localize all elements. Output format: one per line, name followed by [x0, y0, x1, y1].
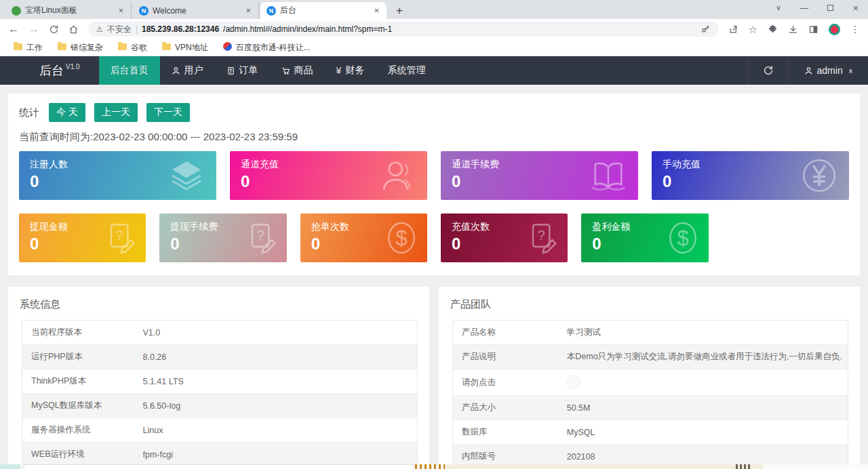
row-value: 5.1.41 LTS: [143, 369, 418, 394]
stats-panel: 统计 今 天上一天下一天 当前查询时间为:2023-02-23 00:00:00…: [8, 94, 860, 275]
panel-title: 产品团队: [450, 298, 860, 311]
bookmark-item[interactable]: 工作: [8, 41, 48, 55]
star-icon[interactable]: ☆: [749, 24, 757, 35]
system-info-table: 当前程序版本 V1.0 运行PHP版本 8.0.26 ThinkPHP版本 5.…: [22, 320, 418, 469]
svg-text:?: ?: [256, 228, 264, 243]
stat-card[interactable]: 抢单次数 0 $: [300, 213, 427, 262]
bottom-cutoff-strip: [0, 464, 868, 469]
reload-icon[interactable]: [49, 24, 59, 35]
forward-icon[interactable]: →: [28, 24, 39, 35]
nav-item[interactable]: 用户: [160, 56, 215, 85]
svg-text:?: ?: [538, 228, 545, 243]
panel-title: 系统信息: [20, 298, 429, 311]
browser-tab-strip: 宝塔Linux面板 × N Welcome × N 后台 × + ∨—×: [0, 0, 868, 19]
bookmark-label: 错综复杂: [71, 42, 103, 54]
stat-range-button[interactable]: 下一天: [146, 103, 190, 122]
row-value: Linux: [143, 418, 418, 443]
tab-close-icon[interactable]: ×: [117, 5, 125, 16]
maximize-icon[interactable]: [826, 5, 834, 11]
password-key-icon[interactable]: [701, 24, 711, 35]
row-value: V1.0: [143, 321, 418, 345]
bookmark-item[interactable]: 错综复杂: [52, 41, 108, 55]
stat-card[interactable]: 手动充值 0: [652, 151, 849, 200]
tab-close-icon[interactable]: ×: [372, 5, 380, 16]
stat-cards-row-1: 注册人数 0 通道充值 0 通道手续费 0 手动充值 0: [19, 151, 849, 200]
stat-card[interactable]: 盈利金额 0 $: [581, 213, 708, 262]
book-icon: [589, 157, 627, 195]
bookmarks-bar: 工作 错综复杂 谷歌 VPN地址 百度股市通-科技让...: [0, 39, 868, 56]
bookmark-item[interactable]: VPN地址: [157, 41, 214, 55]
nav-item[interactable]: 商品: [270, 56, 325, 85]
query-time-text: 当前查询时间为:2023-02-23 00:00:00 --- 2023-02-…: [19, 131, 849, 144]
stat-card[interactable]: 充值次数 0 ?: [441, 213, 568, 262]
do-not-click-badge[interactable]: [567, 375, 580, 389]
home-icon[interactable]: [68, 24, 79, 35]
bookmark-label: 百度股市通-科技让...: [236, 42, 311, 54]
share-icon[interactable]: [728, 24, 738, 35]
browser-tab[interactable]: 宝塔Linux面板 ×: [5, 2, 132, 19]
stat-range-button[interactable]: 上一天: [94, 103, 138, 122]
chevron-up-icon: ∧: [848, 67, 853, 75]
close-icon[interactable]: ×: [852, 2, 860, 14]
nav-item-label: 系统管理: [387, 64, 425, 77]
browser-toolbar: ←→ ⚠ 不安全 | 185.239.86.28:12346 /admin.ht…: [0, 19, 868, 39]
bookmark-item[interactable]: 百度股市通-科技让...: [218, 41, 316, 55]
refresh-button[interactable]: [747, 56, 789, 85]
row-label: 服务器操作系统: [22, 418, 143, 443]
row-label: MySQL数据库版本: [22, 394, 143, 418]
window-controls: ∨—×: [774, 2, 860, 14]
table-row: 请勿点击: [453, 369, 848, 396]
svg-text:$: $: [677, 226, 688, 250]
download-icon[interactable]: [788, 24, 798, 35]
row-label: 产品名称: [453, 321, 567, 345]
table-row: 数据库 MySQL: [453, 420, 848, 445]
side-panel-icon[interactable]: [808, 24, 818, 35]
stat-card[interactable]: 通道手续费 0: [441, 151, 638, 200]
row-value: fpm-fcgi: [143, 443, 418, 467]
address-bar[interactable]: ⚠ 不安全 | 185.239.86.28:12346 /admin.html#…: [88, 22, 719, 37]
row-value: 学习测试: [567, 321, 848, 345]
profile-icon[interactable]: [829, 24, 840, 35]
stat-card[interactable]: 注册人数 0: [19, 151, 216, 200]
app-title: 后台: [39, 62, 64, 79]
browser-tab[interactable]: N 后台 ×: [260, 2, 387, 19]
tab-close-icon[interactable]: ×: [244, 5, 252, 16]
new-tab-button[interactable]: +: [391, 2, 408, 19]
tab-search-icon[interactable]: ∨: [774, 3, 783, 12]
nav-item-label: 订单: [239, 64, 258, 77]
app-logo: 后台 V1.0: [39, 56, 80, 85]
stat-card[interactable]: 提现手续费 0 ?: [159, 213, 286, 262]
row-label: 产品说明: [453, 345, 567, 369]
stat-range-button[interactable]: 今 天: [49, 103, 85, 122]
table-row: WEB运行环境 fpm-fcgi: [22, 443, 418, 467]
nav-item[interactable]: ¥ 财务: [325, 56, 376, 85]
stat-card[interactable]: 提现金额 0 ?: [19, 213, 146, 262]
doc-question-icon: ?: [102, 220, 138, 256]
admin-navbar: 后台 V1.0 后台首页 用户 订单 商品 ¥ 财务 系统管理 admin: [0, 56, 868, 85]
bookmark-item[interactable]: 谷歌: [113, 41, 153, 55]
tab-title: 宝塔Linux面板: [25, 5, 113, 16]
folder-icon: [58, 43, 66, 52]
nav-item[interactable]: 系统管理: [376, 56, 437, 85]
menu-icon[interactable]: ⋮: [850, 24, 860, 34]
back-icon[interactable]: ←: [8, 24, 19, 35]
row-value: [567, 369, 848, 396]
security-warning-icon[interactable]: ⚠: [96, 26, 103, 33]
stats-label: 统计: [19, 106, 39, 119]
browser-tab[interactable]: N Welcome ×: [133, 2, 259, 19]
minimize-icon[interactable]: —: [800, 3, 808, 13]
stat-card[interactable]: 通道充值 0: [230, 151, 427, 200]
tab-title: Welcome: [153, 6, 240, 16]
users-icon: [378, 157, 416, 195]
user-icon: [172, 66, 180, 75]
url-separator: |: [136, 24, 138, 34]
nav-item[interactable]: 订单: [215, 56, 270, 85]
product-team-panel: 产品团队 产品名称 学习测试 产品说明 本Demo只为学习测试交流,请勿要做商业…: [439, 287, 860, 469]
user-menu[interactable]: admin ∧: [789, 56, 868, 85]
nav-item-label: 用户: [184, 64, 203, 77]
dollar-circle-icon: $: [665, 220, 701, 256]
app-version: V1.0: [66, 63, 80, 70]
baota-favicon-icon: [12, 6, 21, 16]
nav-item[interactable]: 后台首页: [99, 56, 160, 85]
extensions-icon[interactable]: [768, 24, 778, 35]
